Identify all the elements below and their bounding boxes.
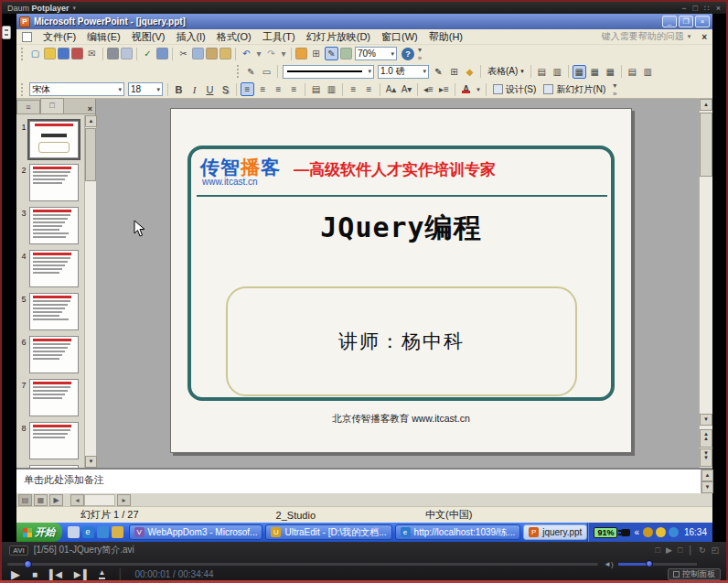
align-left-icon[interactable]: ≡ bbox=[241, 82, 254, 96]
repeat-icon[interactable]: ↻ bbox=[699, 545, 706, 555]
line-style-select[interactable]: ▾ bbox=[283, 65, 374, 79]
slide-thumbnail[interactable] bbox=[29, 164, 79, 201]
decrease-font-icon[interactable]: A▾ bbox=[400, 82, 413, 96]
menu-item[interactable]: 文件(F) bbox=[37, 29, 81, 45]
open-button[interactable]: ▲ bbox=[99, 569, 105, 579]
hscroll-right-icon[interactable]: ▸ bbox=[117, 494, 131, 506]
notes-pane[interactable]: 单击此处添加备注 ▲ ▼ bbox=[16, 468, 712, 493]
chevron-down-icon[interactable]: ▾ bbox=[688, 33, 691, 40]
undo-icon[interactable]: ↶ bbox=[240, 47, 253, 60]
volume-slider[interactable] bbox=[618, 562, 697, 567]
taskbar-task-button[interactable]: UUltraEdit - [D:\我的文档... bbox=[265, 524, 391, 540]
print-preview-icon[interactable] bbox=[121, 48, 133, 59]
insert-table-icon[interactable]: ⊞ bbox=[309, 47, 323, 60]
thumbnail-row[interactable]: 1 bbox=[18, 121, 84, 158]
menu-item[interactable]: 格式(O) bbox=[211, 29, 257, 45]
align-justify-icon[interactable]: ≡ bbox=[287, 82, 301, 96]
stop-button[interactable]: ■ bbox=[32, 569, 37, 579]
show-desktop-icon[interactable] bbox=[68, 526, 80, 538]
ppt-minimize-icon[interactable]: _ bbox=[662, 16, 677, 27]
next-slide-icon[interactable]: ▼▼ bbox=[700, 448, 712, 467]
update-tray-icon[interactable] bbox=[656, 527, 666, 537]
next-button[interactable]: ▶▐ bbox=[74, 569, 86, 579]
center-vertically-icon[interactable]: ▦ bbox=[588, 65, 602, 79]
menu-item[interactable]: 编辑(E) bbox=[81, 29, 126, 45]
play-button[interactable]: ▶ bbox=[11, 567, 19, 581]
lecturer-box[interactable]: 讲师：杨中科 bbox=[226, 286, 577, 396]
slide-sorter-view-icon[interactable]: ▦ bbox=[34, 494, 48, 506]
increase-indent-icon[interactable]: ▸≡ bbox=[437, 82, 451, 96]
email-icon[interactable]: ✉ bbox=[85, 47, 99, 60]
merge-cells-icon[interactable]: ▤ bbox=[535, 65, 549, 79]
slide-thumbnail[interactable] bbox=[29, 121, 79, 158]
fullscreen-icon[interactable]: ◰ bbox=[711, 545, 719, 555]
taskbar-task-active[interactable]: Pjquery.ppt bbox=[523, 524, 587, 540]
cut-icon[interactable]: ✂ bbox=[177, 47, 190, 60]
slide-thumbnail[interactable] bbox=[29, 422, 79, 459]
menu-item[interactable]: 视图(V) bbox=[126, 29, 171, 45]
toolbar-options-icon[interactable]: ▾» bbox=[415, 46, 424, 62]
increase-font-icon[interactable]: A▴ bbox=[384, 82, 398, 96]
scroll-down-icon[interactable]: ▼ bbox=[85, 456, 97, 468]
paste-icon[interactable] bbox=[206, 48, 218, 59]
battery-indicator[interactable]: 91% bbox=[594, 527, 617, 538]
spelling-icon[interactable]: ✓ bbox=[141, 47, 155, 60]
slideshow-view-icon[interactable]: ▶ bbox=[49, 494, 63, 506]
toolbar-options-icon[interactable]: ▾» bbox=[610, 81, 619, 98]
show-grid-icon[interactable] bbox=[340, 48, 352, 59]
network-tray-icon[interactable] bbox=[669, 527, 679, 537]
table-menu-button[interactable]: 表格(A) ▾ bbox=[484, 64, 528, 79]
italic-button[interactable]: I bbox=[187, 82, 201, 96]
notes-scrollbar[interactable]: ▲ ▼ bbox=[701, 470, 712, 493]
help-question-box[interactable]: 键入需要帮助的问题 ▾ bbox=[602, 30, 691, 43]
ppt-restore-icon[interactable]: ❐ bbox=[679, 16, 693, 27]
hscroll-left-icon[interactable]: ◂ bbox=[70, 494, 84, 506]
video-area[interactable]: P Microsoft PowerPoint - [jquery.ppt] _❐… bbox=[2, 14, 726, 542]
align-top-icon[interactable]: ▦ bbox=[573, 65, 586, 79]
format-painter-icon[interactable] bbox=[219, 48, 231, 59]
align-right-icon[interactable]: ≡ bbox=[272, 82, 285, 96]
underline-button[interactable]: U bbox=[203, 82, 217, 96]
key-tray-icon[interactable] bbox=[643, 527, 653, 537]
distribute-columns-icon[interactable]: ▥ bbox=[641, 65, 655, 79]
thumbnail-row[interactable]: 5 bbox=[18, 293, 84, 330]
mini-play-icon[interactable]: ▶ bbox=[666, 545, 672, 555]
print-icon[interactable] bbox=[107, 48, 119, 59]
scrollbar-thumb[interactable] bbox=[700, 113, 712, 177]
menu-item[interactable]: 插入(I) bbox=[170, 29, 210, 45]
align-center-icon[interactable]: ≡ bbox=[256, 82, 270, 96]
messenger-icon[interactable] bbox=[97, 526, 109, 538]
slide-canvas[interactable]: 传智播客 —高级软件人才实作培训专家 www.itcast.cn JQuery编… bbox=[97, 99, 699, 468]
menu-item[interactable]: 帮助(H) bbox=[423, 29, 468, 45]
slide-title[interactable]: JQuery编程 bbox=[171, 210, 631, 247]
menu-item[interactable]: 工具(T) bbox=[257, 29, 301, 45]
line-width-select[interactable]: 1.0 磅▾ bbox=[378, 65, 429, 79]
line-spacing-icon[interactable]: ▤ bbox=[309, 82, 323, 96]
help-icon[interactable]: ? bbox=[401, 48, 414, 60]
hscroll-track[interactable] bbox=[84, 494, 115, 506]
tables-borders-icon[interactable]: ✎ bbox=[325, 47, 338, 60]
numbered-list-icon[interactable]: ≡ bbox=[347, 82, 360, 96]
scrollbar-thumb[interactable] bbox=[85, 128, 96, 181]
bullet-list-icon[interactable]: ≡ bbox=[362, 82, 376, 96]
canvas-scrollbar[interactable]: ▲ ▼ ▲▲ ▼▼ bbox=[699, 99, 712, 468]
copy-icon[interactable] bbox=[192, 48, 204, 59]
explorer-icon[interactable] bbox=[112, 526, 123, 538]
volume-knob[interactable] bbox=[646, 560, 653, 567]
toolbar-grip[interactable] bbox=[237, 65, 241, 78]
slide[interactable]: 传智播客 —高级软件人才实作培训专家 www.itcast.cn JQuery编… bbox=[170, 108, 632, 453]
power-plug-icon[interactable] bbox=[621, 529, 630, 536]
prev-button[interactable]: ▌◀ bbox=[49, 569, 61, 579]
scroll-down-icon[interactable]: ▼ bbox=[701, 481, 713, 493]
slide-thumbnail[interactable] bbox=[29, 293, 79, 330]
close-icon[interactable]: × bbox=[716, 4, 721, 13]
frame-next-icon[interactable]: □ bbox=[678, 545, 682, 555]
thumbnail-row[interactable]: 4 bbox=[18, 250, 84, 287]
column-spacing-icon[interactable]: ▥ bbox=[325, 82, 338, 96]
font-size-select[interactable]: 18▾ bbox=[128, 82, 163, 96]
toolbar-grip[interactable] bbox=[21, 83, 25, 96]
research-icon[interactable] bbox=[156, 48, 168, 59]
menu-item[interactable]: 幻灯片放映(D) bbox=[301, 29, 376, 45]
frame-prev-icon[interactable]: □ bbox=[656, 545, 660, 555]
previous-slide-icon[interactable]: ▲▲ bbox=[700, 429, 712, 448]
